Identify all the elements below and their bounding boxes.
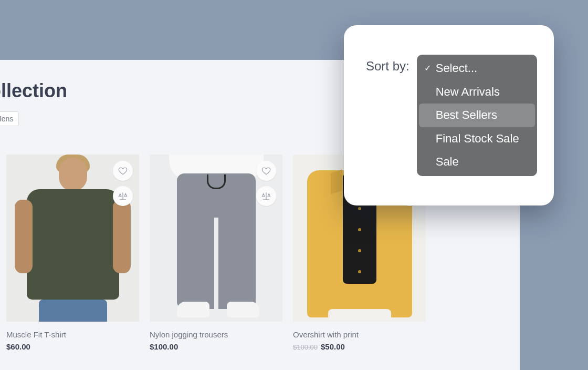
sort-option-label: Best Sellers: [436, 108, 497, 121]
product-name: Nylon jogging trousers: [150, 330, 282, 339]
sort-option-label: Final Stock Sale: [436, 132, 519, 145]
sort-option-select[interactable]: ✓ Select...: [419, 57, 535, 80]
compare-button[interactable]: [256, 186, 276, 206]
product-old-price: $100.00: [293, 343, 318, 351]
product-image[interactable]: [150, 155, 282, 322]
sort-option-label: Sale: [436, 155, 459, 168]
wishlist-button[interactable]: [113, 161, 133, 181]
wishlist-button[interactable]: [256, 161, 276, 181]
product-card[interactable]: Nylon jogging trousers $100.00: [150, 155, 282, 351]
product-image[interactable]: [6, 155, 139, 322]
sort-popover: Sort by: ✓ Select... New Arrivals Best S…: [344, 25, 554, 205]
sort-dropdown[interactable]: ✓ Select... New Arrivals Best Sellers Fi…: [417, 55, 537, 176]
sort-option-best-sellers[interactable]: Best Sellers: [419, 104, 535, 127]
sort-option-final-stock-sale[interactable]: Final Stock Sale: [419, 127, 535, 151]
heart-icon: [261, 166, 271, 176]
sort-option-label: Select...: [436, 61, 477, 75]
sort-label: Sort by:: [366, 59, 410, 74]
product-name: Muscle Fit T-shirt: [6, 330, 139, 339]
sort-option-label: New Arrivals: [436, 85, 500, 98]
sort-option-sale[interactable]: Sale: [419, 150, 535, 174]
product-sale-price: $50.00: [321, 342, 345, 351]
compare-button[interactable]: [113, 186, 133, 206]
sort-option-new-arrivals[interactable]: New Arrivals: [419, 80, 535, 104]
product-name: Overshirt with print: [293, 330, 426, 339]
compare-scale-icon: [261, 191, 271, 201]
filter-chip-mens[interactable]: Mens: [0, 111, 19, 126]
product-card[interactable]: Muscle Fit T-shirt $60.00: [6, 155, 139, 351]
heart-icon: [118, 166, 128, 176]
product-price: $60.00: [6, 342, 139, 351]
compare-scale-icon: [118, 191, 128, 201]
product-price: $100.00: [150, 342, 282, 351]
check-icon: ✓: [424, 63, 431, 74]
product-price: $100.00$50.00: [293, 342, 426, 351]
